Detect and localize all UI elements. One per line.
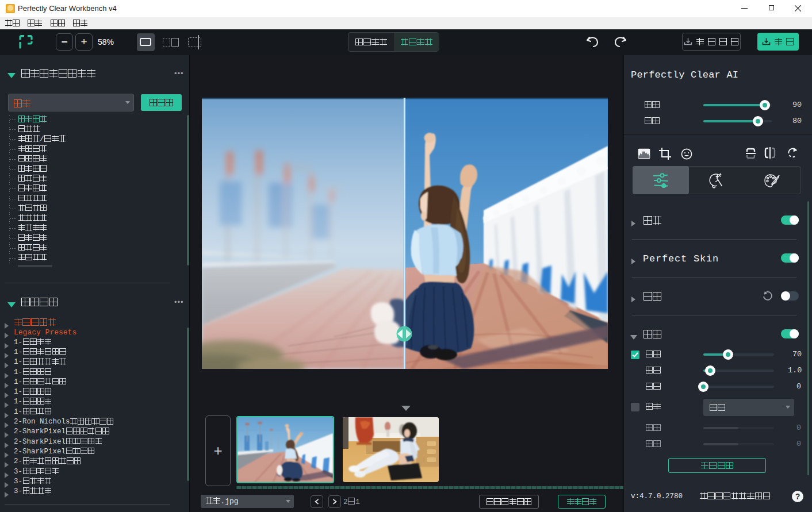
svg-text:?: ? [795,492,800,501]
